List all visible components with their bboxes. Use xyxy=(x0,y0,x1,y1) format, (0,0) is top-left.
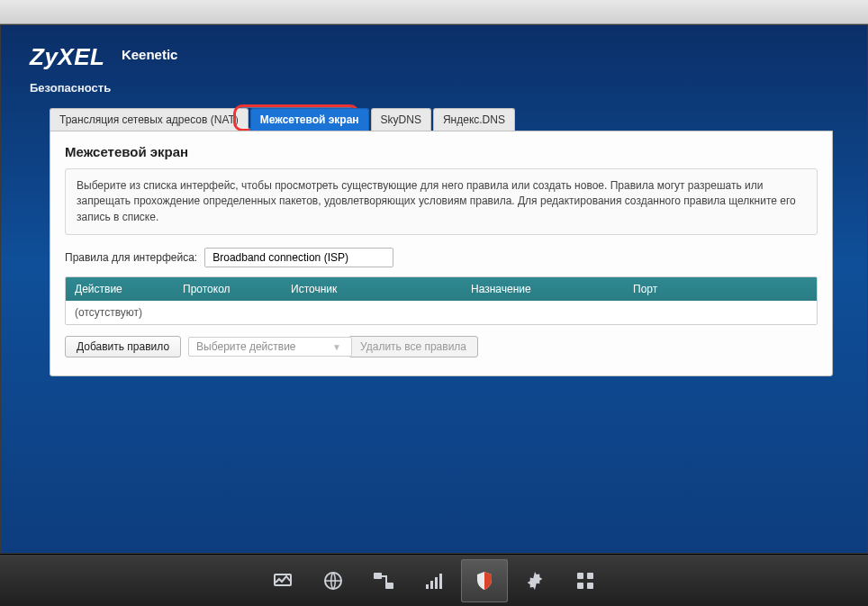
rules-table-header: Действие Протокол Источник Назначение По… xyxy=(66,277,817,301)
panel-note: Выберите из списка интерфейс, чтобы прос… xyxy=(65,168,818,235)
monitor-icon xyxy=(272,570,294,592)
globe-icon xyxy=(322,570,344,592)
svg-rect-10 xyxy=(587,573,593,579)
bottom-toolbar xyxy=(0,554,868,606)
toolbar-signal-button[interactable] xyxy=(411,559,457,602)
interface-selector-label: Правила для интерфейса: xyxy=(65,251,197,264)
page-title: Межсетевой экран xyxy=(65,144,818,159)
toolbar-gear-button[interactable] xyxy=(511,559,558,602)
tab-nat[interactable]: Трансляция сетевых адресов (NAT) xyxy=(50,108,249,131)
apps-icon xyxy=(575,571,595,591)
signal-icon xyxy=(423,570,445,592)
toolbar-network-button[interactable] xyxy=(360,559,407,602)
brand-model: Keenetic xyxy=(122,47,178,62)
col-action: Действие xyxy=(66,277,174,301)
firewall-panel: Межсетевой экран Выберите из списка инте… xyxy=(50,131,833,376)
actions-row: Добавить правило ▼ Удалить все правила xyxy=(65,336,818,357)
toolbar-apps-button[interactable] xyxy=(562,559,609,602)
rules-empty-row: (отсутствуют) xyxy=(66,301,817,324)
svg-rect-2 xyxy=(374,573,382,579)
toolbar-shield-button[interactable] xyxy=(461,559,508,602)
gear-icon xyxy=(524,570,546,592)
svg-rect-7 xyxy=(439,574,442,589)
tab-firewall[interactable]: Межсетевой экран xyxy=(250,108,369,131)
browser-chrome xyxy=(0,0,868,24)
breadcrumb: Безопасность xyxy=(30,81,111,95)
svg-rect-6 xyxy=(435,577,438,589)
brand-logo: ZyXEL xyxy=(30,43,104,71)
col-protocol: Протокол xyxy=(174,277,282,301)
interface-selector-row: Правила для интерфейса: ▼ xyxy=(65,248,818,267)
page: Трансляция сетевых адресов (NAT) Межсете… xyxy=(50,108,833,376)
col-dest: Назначение xyxy=(462,277,624,301)
svg-rect-9 xyxy=(577,573,583,579)
interface-select[interactable] xyxy=(204,248,393,267)
tab-yandexdns[interactable]: Яндекс.DNS xyxy=(433,108,515,131)
network-icon xyxy=(372,570,395,592)
toolbar-monitor-button[interactable] xyxy=(259,559,306,602)
svg-rect-11 xyxy=(577,583,583,589)
col-port: Порт xyxy=(624,277,817,301)
svg-rect-5 xyxy=(430,581,433,589)
tab-bar: Трансляция сетевых адресов (NAT) Межсете… xyxy=(50,108,833,131)
tab-skydns[interactable]: SkyDNS xyxy=(371,108,431,131)
app-viewport: ZyXEL Keenetic Безопасность Трансляция с… xyxy=(0,24,868,554)
brand-block: ZyXEL Keenetic xyxy=(30,43,177,71)
toolbar-globe-button[interactable] xyxy=(310,559,357,602)
action-select[interactable] xyxy=(188,337,352,357)
rules-table: Действие Протокол Источник Назначение По… xyxy=(65,276,818,325)
shield-icon xyxy=(474,570,495,592)
add-rule-button[interactable]: Добавить правило xyxy=(65,336,181,357)
col-source: Источник xyxy=(282,277,462,301)
svg-rect-12 xyxy=(587,583,593,589)
delete-all-button[interactable]: Удалить все правила xyxy=(348,336,478,357)
svg-rect-4 xyxy=(426,584,429,589)
